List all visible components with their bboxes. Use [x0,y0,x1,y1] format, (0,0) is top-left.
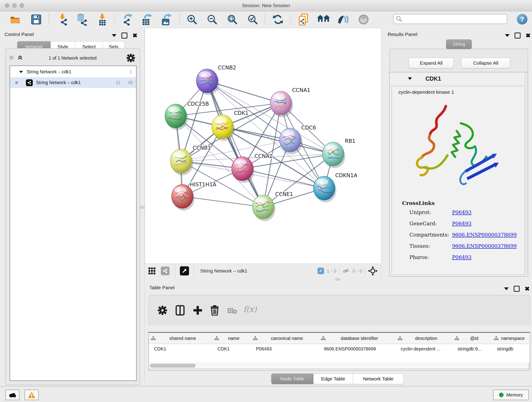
tab-node-table[interactable]: Node Table [271,374,313,384]
delete-column-button[interactable] [210,305,219,317]
network-row[interactable]: String Network – cdk1 11 48 [10,77,136,88]
network-node-ccna2[interactable] [232,157,254,183]
hide-panels-button[interactable] [336,13,349,26]
column-header-description[interactable]: description [396,333,453,344]
results-scrollbar[interactable] [525,73,527,274]
column-header-database-identifier[interactable]: database identifier [319,333,396,344]
column-header-canonical-name[interactable]: canonical name [251,333,319,344]
network-node-rb1[interactable] [322,142,345,168]
show-columns-button[interactable] [176,305,185,317]
network-edge[interactable] [182,196,263,207]
selected-checkbox-icon[interactable]: ✓ [317,268,324,274]
cdk1-section-header[interactable]: CDK1 [390,72,528,85]
eye-button[interactable] [357,13,370,26]
import-table-file-button[interactable] [96,13,109,26]
zoom-in-button[interactable] [186,13,198,26]
table-cell[interactable]: CDK1 [212,344,251,354]
tab-network-table[interactable]: Network Table [353,374,404,384]
options-gear-icon[interactable] [127,54,135,63]
zoom-in-icon [186,14,197,25]
crosslink-link[interactable]: P06493 [452,221,472,226]
expand-all-button[interactable]: Expand All [409,58,454,68]
panel-float-icon[interactable] [121,32,127,38]
table-options-gear-icon[interactable] [158,306,167,316]
column-header-namespace[interactable]: namespace [492,333,530,344]
node-description: cyclin-dependent kinase 1 [399,89,454,95]
table-cell[interactable]: P06493 [251,344,319,354]
export-image-button[interactable] [160,13,173,26]
network-edge[interactable] [207,81,263,207]
panel-menu-icon[interactable] [504,287,509,290]
search-box[interactable] [393,14,507,24]
import-table-icon [96,13,108,26]
crosslink-link[interactable]: P06493 [452,254,472,260]
cloud-button[interactable] [5,390,19,400]
view-grid-button[interactable] [145,264,159,278]
collection-expand-icon[interactable] [19,71,23,73]
crosslink-row: Tissues:9606.ENSP00000378699 [409,243,519,249]
import-network-file-button[interactable] [56,13,69,26]
network-node-hist1h1a[interactable] [172,185,195,211]
warning-button[interactable] [25,390,39,400]
search-input[interactable] [402,16,507,22]
panel-float-icon[interactable] [514,286,520,292]
column-header--id[interactable]: @id [452,333,492,344]
help-button[interactable]: ? [517,14,527,25]
table-cell[interactable]: cyclin-dependent ... [396,344,452,354]
network-collection-row[interactable]: String Network – cdk1 1 [10,66,136,77]
birdseye-crosshair-icon[interactable] [368,266,378,276]
panel-menu-icon[interactable] [112,34,116,37]
table-cell[interactable]: stringdb [492,344,530,354]
network-node-ccne1[interactable] [253,195,275,221]
zoom-fit-button[interactable] [226,13,239,26]
table-cell[interactable]: stringdb:9... [452,344,492,354]
crosslink-link[interactable]: 9606.ENSP00000378699 [452,243,517,249]
network-edge[interactable] [242,169,324,188]
detach-view-button[interactable] [180,266,189,275]
network-node-cdkn1a[interactable] [313,176,336,202]
import-network-icon [57,13,69,26]
section-collapse-icon[interactable] [408,77,412,80]
node-label-ccna2: CCNA2 [254,153,273,159]
panel-close-icon[interactable]: ✖ [526,33,531,38]
view-network-button[interactable] [161,267,170,275]
network-node-cdk1[interactable] [212,115,234,141]
export-table-button[interactable] [140,13,153,26]
delete-table-button[interactable] [227,307,237,315]
open-session-button[interactable] [9,13,22,26]
string-network-graph[interactable]: CCNB2CCNA1CDC25BCDK1CDC6RB1CCNB1CCNA2CDK… [145,28,381,264]
table-cell[interactable]: CDK1 [149,344,212,354]
home-pages-button[interactable] [317,13,330,26]
export-network-button[interactable] [121,13,134,26]
splitter-grip-left[interactable] [140,206,145,209]
network-node-cdc25b[interactable] [165,104,188,130]
results-panel-title: Results Panel [388,32,418,37]
tab-edge-table[interactable]: Edge Table [313,374,353,384]
zoom-selected-button[interactable] [246,13,259,26]
table-hscrollbar-thumb[interactable] [150,364,196,368]
table-cell[interactable]: 9606.ENSP00000378699 [319,344,396,354]
copy-network-button[interactable] [298,13,310,26]
panel-float-icon[interactable] [515,32,520,38]
import-network-database-button[interactable] [75,13,88,26]
column-header-shared-name[interactable]: shared name [149,333,213,344]
network-node-ccna1[interactable] [270,91,293,117]
crosslink-link[interactable]: 9606.ENSP00000378699 [452,232,517,238]
network-canvas[interactable]: CCNB2CCNA1CDC25BCDK1CDC6RB1CCNB1CCNA2CDK… [145,28,381,264]
column-header-name[interactable]: name [212,333,251,344]
crosslink-link[interactable]: P06493 [452,210,472,215]
panel-menu-icon[interactable] [505,34,510,37]
panel-close-icon[interactable]: ✖ [525,287,530,291]
function-builder-button[interactable]: f(x) [243,305,257,314]
hidden-eye-icon[interactable] [342,268,350,274]
panel-close-icon[interactable]: ✖ [133,33,138,38]
add-column-button[interactable] [193,306,203,316]
network-node-ccnb2[interactable] [196,69,219,95]
save-session-button[interactable] [30,13,43,26]
zoom-out-button[interactable] [206,13,219,26]
table-hscrollbar[interactable] [148,363,529,369]
collapse-all-button[interactable]: Collapse All [461,58,510,68]
tab-string[interactable]: String [446,39,472,49]
memory-button[interactable]: Memory [493,390,529,400]
refresh-button[interactable] [272,13,284,26]
